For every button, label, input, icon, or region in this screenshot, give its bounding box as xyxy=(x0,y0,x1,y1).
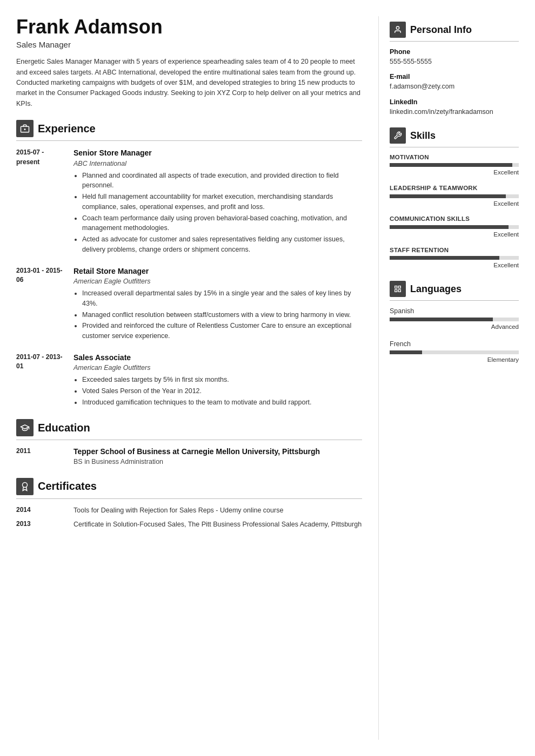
resume-wrapper: Frank Adamson Sales Manager Energetic Sa… xyxy=(0,0,535,756)
education-item: 2011 Tepper School of Business at Carneg… xyxy=(16,447,362,467)
lang-name: French xyxy=(390,339,519,349)
language-item: Spanish Advanced xyxy=(390,306,519,332)
skill-level: Excellent xyxy=(390,261,519,270)
edu-content: Tepper School of Business at Carnegie Me… xyxy=(73,447,320,467)
education-header: Education xyxy=(16,419,362,436)
exp-bullet: Managed conflict resolution between staf… xyxy=(82,310,362,320)
education-list: 2011 Tepper School of Business at Carneg… xyxy=(16,447,362,467)
exp-title: Sales Associate xyxy=(73,352,362,363)
exp-bullet: Exceeded sales targets by 5% in first si… xyxy=(82,375,362,385)
experience-item: 2011-07 - 2013-01 Sales Associate Americ… xyxy=(16,352,362,409)
exp-bullet: Introduced gamification techniques to th… xyxy=(82,397,362,408)
skills-list: MOTIVATION Excellent LEADERSHIP & TEAMWO… xyxy=(390,153,519,270)
personal-info-title: Personal Info xyxy=(410,23,472,37)
edu-school: Tepper School of Business at Carnegie Me… xyxy=(73,447,320,457)
experience-item: 2013-01 - 2015-06 Retail Store Manager A… xyxy=(16,266,362,342)
svg-point-3 xyxy=(23,482,28,487)
skills-divider xyxy=(390,147,519,147)
lang-bar-fill xyxy=(390,350,422,354)
exp-bullets: Exceeded sales targets by 5% in first si… xyxy=(73,375,362,407)
lang-level: Elementary xyxy=(390,355,519,364)
exp-bullets: Increased overall departmental sales by … xyxy=(73,288,362,341)
skill-bar-fill xyxy=(390,256,499,260)
certificates-icon xyxy=(16,478,34,495)
personal-info-icon xyxy=(390,22,406,38)
cert-date: 2013 xyxy=(16,519,65,530)
skill-name: MOTIVATION xyxy=(390,153,519,162)
lang-level: Advanced xyxy=(390,322,519,332)
cert-desc: Tools for Dealing with Rejection for Sal… xyxy=(73,505,362,516)
skill-bar-container xyxy=(390,256,519,260)
exp-date: 2011-07 - 2013-01 xyxy=(16,352,65,409)
candidate-name: Frank Adamson xyxy=(16,16,362,38)
exp-bullet: Increased overall departmental sales by … xyxy=(82,288,362,309)
exp-company: American Eagle Outfitters xyxy=(73,363,362,373)
experience-section: Experience 2015-07 - present Senior Stor… xyxy=(16,120,362,408)
personal-info-header: Personal Info xyxy=(390,22,519,38)
right-column: Personal Info Phone 555-555-5555 E-mail … xyxy=(378,16,519,740)
exp-company: ABC International xyxy=(73,159,362,168)
linkedin-label: LinkedIn xyxy=(390,97,519,107)
skill-bar-fill xyxy=(390,194,506,198)
exp-date: 2015-07 - present xyxy=(16,147,65,255)
certificates-header: Certificates xyxy=(16,478,362,495)
skill-name: STAFF RETENTION xyxy=(390,246,519,255)
experience-title: Experience xyxy=(38,121,96,137)
exp-bullet: Coach team performance daily using prove… xyxy=(82,213,362,234)
skills-title: Skills xyxy=(410,129,436,143)
exp-bullets: Planned and coordinated all aspects of t… xyxy=(73,171,362,255)
languages-list: Spanish Advanced French Elementary xyxy=(390,306,519,364)
languages-divider xyxy=(390,300,519,301)
svg-point-4 xyxy=(396,26,399,29)
education-divider xyxy=(16,440,362,440)
skills-section: Skills MOTIVATION Excellent LEADERSHIP &… xyxy=(390,127,519,270)
edu-degree: BS in Business Administration xyxy=(73,457,320,467)
exp-bullet: Acted as advocate for customer and sales… xyxy=(82,234,362,255)
education-icon xyxy=(16,419,34,436)
certificates-divider xyxy=(16,498,362,499)
certificates-section: Certificates 2014 Tools for Dealing with… xyxy=(16,478,362,530)
experience-divider xyxy=(16,140,362,141)
personal-info-section: Personal Info Phone 555-555-5555 E-mail … xyxy=(390,22,519,117)
exp-company: American Eagle Outfitters xyxy=(73,276,362,286)
experience-item: 2015-07 - present Senior Store Manager A… xyxy=(16,147,362,255)
lang-name: Spanish xyxy=(390,306,519,316)
languages-icon xyxy=(390,281,406,297)
skills-icon xyxy=(390,127,406,144)
experience-header: Experience xyxy=(16,120,362,137)
phone-label: Phone xyxy=(390,47,519,57)
skill-bar-container xyxy=(390,225,519,229)
exp-content: Sales Associate American Eagle Outfitter… xyxy=(73,352,362,409)
linkedin-value: linkedin.com/in/zety/frankadamson xyxy=(390,107,519,117)
cert-date: 2014 xyxy=(16,505,65,516)
skill-name: LEADERSHIP & TEAMWORK xyxy=(390,184,519,193)
lang-bar-fill xyxy=(390,318,493,321)
cert-desc: Certificate in Solution-Focused Sales, T… xyxy=(73,519,362,530)
exp-content: Senior Store Manager ABC International P… xyxy=(73,147,362,255)
languages-header: Languages xyxy=(390,281,519,297)
lang-bar-container xyxy=(390,318,519,321)
experience-list: 2015-07 - present Senior Store Manager A… xyxy=(16,147,362,408)
exp-title: Retail Store Manager xyxy=(73,266,362,276)
resume-header: Frank Adamson Sales Manager Energetic Sa… xyxy=(16,16,362,109)
skill-name: COMMUNICATION SKILLS xyxy=(390,214,519,224)
skill-item: MOTIVATION Excellent xyxy=(390,153,519,177)
lang-bar-container xyxy=(390,350,519,354)
exp-date: 2013-01 - 2015-06 xyxy=(16,266,65,342)
exp-bullet: Planned and coordinated all aspects of t… xyxy=(82,171,362,191)
exp-content: Retail Store Manager American Eagle Outf… xyxy=(73,266,362,342)
email-label: E-mail xyxy=(390,72,519,82)
certificate-item: 2013 Certificate in Solution-Focused Sal… xyxy=(16,519,362,530)
personal-info-divider xyxy=(390,41,519,42)
summary-text: Energetic Sales Manager Manager with 5 y… xyxy=(16,57,362,109)
skill-bar-container xyxy=(390,194,519,198)
skill-bar-fill xyxy=(390,163,512,167)
exp-bullet: Provided and reinforced the culture of R… xyxy=(82,321,362,341)
education-section: Education 2011 Tepper School of Business… xyxy=(16,419,362,467)
skill-item: COMMUNICATION SKILLS Excellent xyxy=(390,214,519,239)
skill-level: Excellent xyxy=(390,199,519,208)
certificates-title: Certificates xyxy=(38,478,97,494)
certificates-list: 2014 Tools for Dealing with Rejection fo… xyxy=(16,505,362,530)
languages-title: Languages xyxy=(410,282,462,296)
phone-value: 555-555-5555 xyxy=(390,57,519,66)
